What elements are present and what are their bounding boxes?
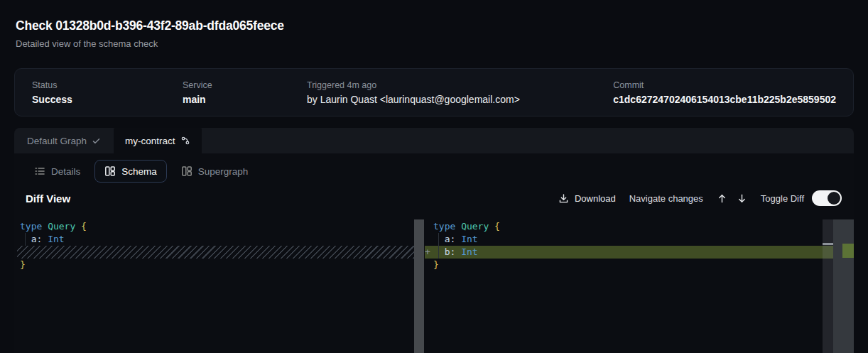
commit-value: c1dc62724702406154013cbe11b225b2e5859502 <box>613 94 836 105</box>
indent-guide <box>438 233 439 259</box>
code-line: } <box>14 259 424 271</box>
summary-commit: Commit c1dc62724702406154013cbe11b225b2e… <box>613 80 836 105</box>
toggle-diff-label: Toggle Diff <box>761 193 804 204</box>
tab-my-contract[interactable]: my-contract <box>114 128 202 153</box>
switch-knob <box>828 192 840 205</box>
indent-guide <box>25 233 26 246</box>
diff-view-title: Diff View <box>26 192 70 205</box>
code-before: type Query { a: Int} <box>14 213 424 271</box>
view-tabs: Details Schema Supergraph <box>14 153 854 183</box>
commit-label: Commit <box>613 80 836 90</box>
diff-toolbar: Diff View Download Navigate changes <box>14 183 854 213</box>
previous-change-button[interactable] <box>717 193 727 204</box>
code-after: type Query { a: Int b: Int} <box>425 213 854 271</box>
diff-pane-before[interactable]: type Query { a: Int} <box>14 213 424 353</box>
arrow-up-icon <box>717 193 727 204</box>
tab-details[interactable]: Details <box>24 160 90 183</box>
code-line: a: Int <box>425 233 854 246</box>
code-line: type Query { <box>425 220 854 233</box>
schema-diff-editor: type Query { a: Int} + type Query { a: I… <box>14 213 854 353</box>
download-button[interactable]: Download <box>558 193 616 204</box>
added-line-gutter-plus: + <box>425 246 430 259</box>
tab-supergraph-label: Supergraph <box>198 166 249 177</box>
tab-default-graph[interactable]: Default Graph <box>14 128 114 153</box>
panels-icon <box>104 165 116 177</box>
code-line-added: b: Int <box>425 246 833 259</box>
toggle-diff-switch[interactable] <box>812 190 842 206</box>
triggered-label: Triggered 4m ago <box>307 80 613 90</box>
tab-schema-label: Schema <box>121 166 157 177</box>
navigate-arrows <box>717 193 747 204</box>
service-label: Service <box>183 80 307 90</box>
check-icon <box>92 136 101 146</box>
check-summary-card: Status Success Service main Triggered 4m… <box>14 68 854 116</box>
tab-my-contract-label: my-contract <box>125 136 175 146</box>
toggle-diff-control: Toggle Diff <box>761 190 842 206</box>
next-change-button[interactable] <box>737 193 747 204</box>
page-subtitle: Detailed view of the schema check <box>16 38 284 49</box>
removed-placeholder-hatch <box>17 246 424 259</box>
arrow-down-icon <box>737 193 747 204</box>
tab-supergraph[interactable]: Supergraph <box>171 160 259 183</box>
service-value: main <box>183 94 307 105</box>
diff-pane-after[interactable]: + type Query { a: Int b: Int} <box>425 213 854 353</box>
added-change-marker <box>842 244 854 258</box>
summary-triggered: Triggered 4m ago by Laurin Quast <laurin… <box>307 80 613 105</box>
code-line: type Query { <box>14 220 424 233</box>
tab-schema[interactable]: Schema <box>94 160 167 183</box>
overview-ruler <box>833 219 854 353</box>
list-icon <box>34 165 45 177</box>
graph-tab-strip: Default Graph my-contract <box>14 128 854 153</box>
tab-details-label: Details <box>51 166 80 177</box>
code-line: a: Int <box>14 233 424 246</box>
summary-status: Status Success <box>32 80 183 105</box>
download-label: Download <box>575 193 616 204</box>
triggered-value: by Laurin Quast <laurinquast@googlemail.… <box>307 94 613 105</box>
download-icon <box>558 193 569 204</box>
scrollbar-after[interactable] <box>823 219 833 353</box>
diff-controls: Download Navigate changes Toggle Diff <box>558 190 842 206</box>
check-panel: Details Schema Supergraph Diff View Down… <box>14 153 854 353</box>
summary-service: Service main <box>183 80 307 105</box>
status-label: Status <box>32 80 183 90</box>
page-title: Check 01328b0d-b396-43f2-89ab-dfda065fee… <box>16 18 284 33</box>
code-line: } <box>425 259 854 271</box>
spline-icon <box>180 136 190 146</box>
scrollbar-thumb[interactable] <box>823 243 833 245</box>
panels-icon <box>181 165 192 177</box>
navigate-changes-label: Navigate changes <box>629 193 703 204</box>
status-value: Success <box>32 94 183 105</box>
page-header: Check 01328b0d-b396-43f2-89ab-dfda065fee… <box>16 18 284 49</box>
scrollbar-before[interactable] <box>414 219 424 353</box>
tab-default-graph-label: Default Graph <box>27 136 87 146</box>
